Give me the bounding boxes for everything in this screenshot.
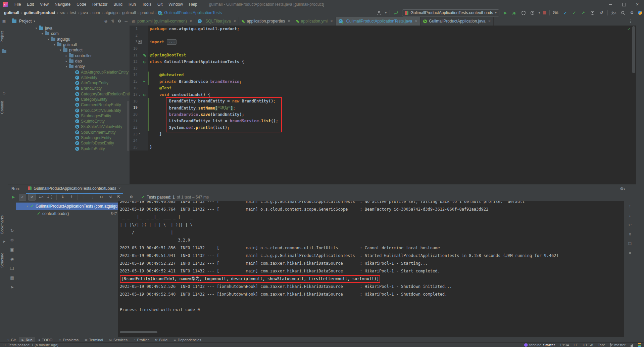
toolwindow-button-run[interactable]: ▶Run	[19, 337, 35, 343]
run-tab-close-icon[interactable]: ✕	[118, 187, 121, 190]
pause-output-icon[interactable]: ▣	[9, 247, 15, 252]
test-tree-item-contextloads[interactable]: ✓contextLoads()547 ms	[16, 210, 126, 217]
clear-all-icon[interactable]: ✕	[627, 250, 633, 256]
console-hscrollbar[interactable]	[120, 331, 157, 333]
tool-strip-commit[interactable]: Commit	[0, 97, 8, 118]
pin-icon[interactable]: ➤	[9, 285, 15, 290]
project-tree-item-spuinfoentity[interactable]: CSpuInfoEntity	[8, 146, 130, 151]
toolwindow-button-profiler[interactable]: ◔Profiler	[131, 337, 151, 343]
project-tree-item-skusaleattrvalueentity[interactable]: CSkuSaleAttrValueEntity	[8, 124, 130, 129]
editor-tab-pom-xml-gulimall-common[interactable]: mpom.xml (gulimall-common)✕	[130, 17, 195, 26]
export-test-results-icon[interactable]: ⇱	[115, 194, 122, 200]
project-scrollbar[interactable]	[127, 101, 129, 151]
project-tree-item-spucommententity[interactable]: CSpuCommentEntity	[8, 130, 130, 135]
locate-file-icon[interactable]: ⊕	[104, 19, 108, 24]
project-tree-item-categorybrandrelationentity[interactable]: CCategoryBrandRelationEntity	[8, 91, 130, 97]
project-tree-item-spuimagesentity[interactable]: CSpuImagesEntity	[8, 135, 130, 140]
run-tab[interactable]: GulimallProductApplicationTests.contextL…	[26, 184, 123, 194]
run-gutter-icon[interactable]: ↻	[142, 59, 147, 64]
tree-arrow-icon[interactable]: ▾	[52, 43, 57, 46]
scroll-down-icon[interactable]: ↓	[627, 213, 633, 218]
git-update-icon[interactable]: ↙	[562, 10, 568, 16]
line-ending-indicator[interactable]: LF	[574, 343, 578, 347]
tab-close-icon[interactable]: ✕	[488, 19, 491, 23]
toolwindow-button-todo[interactable]: ≡TODO	[36, 337, 55, 343]
close-button[interactable]: ✕	[631, 0, 644, 9]
import-test-results-icon[interactable]: ⇲	[107, 194, 113, 200]
encoding-indicator[interactable]: UTF-8	[583, 343, 593, 347]
line-number[interactable]: 24	[130, 138, 138, 143]
tree-arrow-icon[interactable]: ▾	[46, 38, 51, 41]
folder-icon[interactable]	[2, 49, 6, 54]
line-number[interactable]: 22	[130, 125, 138, 130]
commit-icon[interactable]: ⊙	[2, 91, 6, 95]
previous-occurrence-icon[interactable]: ↑	[81, 194, 87, 200]
options-wrench-icon[interactable]: ⚙	[9, 237, 15, 243]
bookmark-pin-icon[interactable]: ➤	[2, 239, 6, 244]
menu-file[interactable]: File	[11, 0, 24, 9]
tree-arrow-icon[interactable]: ▸	[64, 59, 69, 63]
line-number[interactable]: 17	[130, 92, 138, 97]
editor-scrollbar[interactable]	[632, 26, 635, 73]
line-number[interactable]: 12	[130, 59, 138, 64]
editor-tab-sqlfilter-java[interactable]: CSQLFilter.java✕	[195, 17, 239, 26]
tab-close-icon[interactable]: ✕	[190, 19, 192, 23]
show-passed-icon[interactable]: ✓	[19, 194, 26, 201]
maximize-button[interactable]	[617, 0, 631, 9]
project-tree-item-atguigu[interactable]: ▾atguigu	[8, 37, 130, 42]
tree-arrow-icon[interactable]: ▾	[40, 32, 45, 35]
breadcrumb-gulimall[interactable]: gulimall	[3, 10, 20, 15]
expand-collapse-icon[interactable]: ⇅	[111, 19, 114, 24]
project-view-caret-icon[interactable]: ▾	[34, 19, 35, 23]
code-editor[interactable]: 1package com.atguigu.gulimall.product;23…	[130, 26, 636, 184]
run-configuration-select[interactable]: GulimallProductApplicationTests.contextL…	[402, 9, 499, 16]
line-number[interactable]: 1	[130, 27, 138, 31]
settings-icon[interactable]: ⚙	[629, 10, 635, 16]
show-ignored-icon[interactable]: ⊘	[28, 194, 36, 201]
leaf-gutter-icon[interactable]	[142, 53, 147, 57]
scroll-up-icon[interactable]: ↑	[627, 203, 633, 209]
rerun-icon[interactable]: ↻	[9, 228, 15, 233]
menu-navigate[interactable]: Navigate	[52, 0, 73, 9]
line-number[interactable]: 13	[130, 66, 138, 71]
toolwindow-button-terminal[interactable]: ▤Terminal	[82, 337, 106, 343]
line-number[interactable]: 3	[130, 40, 138, 44]
toolwindow-button-git[interactable]: ⑂Git	[5, 337, 18, 343]
next-occurrence-icon[interactable]: ↓	[89, 194, 96, 200]
line-number[interactable]: 10	[130, 46, 138, 51]
line-number[interactable]: 14	[130, 73, 138, 77]
grid-icon[interactable]: ▦	[9, 275, 15, 280]
project-settings-icon[interactable]: ⚙	[118, 19, 121, 24]
sort-alphabetically-icon[interactable]: ⇣a	[38, 194, 44, 200]
line-number[interactable]: 25	[130, 145, 138, 149]
tab-close-icon[interactable]: ✕	[415, 19, 417, 23]
menu-refactor[interactable]: Refactor	[89, 0, 110, 9]
print-icon[interactable]: ❏	[627, 241, 633, 246]
toolwindow-button-problems[interactable]: ⚠Problems	[56, 337, 81, 343]
line-number[interactable]: 15	[130, 79, 138, 84]
tab-close-icon[interactable]: ✕	[234, 19, 236, 23]
history-icon[interactable]	[589, 10, 595, 16]
tabnine-widget[interactable]: tabnine Starter	[524, 343, 555, 347]
project-panel-header[interactable]: Project ▾ ⊕ ⇅ ⚙ ─	[8, 17, 130, 26]
tree-arrow-icon[interactable]: ▾	[64, 65, 69, 68]
line-number[interactable]: 16	[130, 86, 138, 90]
project-tree-item-commentreplayentity[interactable]: CCommentReplayEntity	[8, 102, 130, 107]
plugin-circle-icon[interactable]	[638, 11, 642, 15]
project-tree-item-java[interactable]: ▾java	[8, 26, 130, 31]
soft-wrap-icon[interactable]: ↩	[627, 222, 633, 227]
menu-window[interactable]: Window	[165, 0, 186, 9]
quick-action-icon[interactable]: ⤾	[393, 10, 399, 16]
project-tree-item-gulimall[interactable]: ▾gulimall	[8, 42, 130, 47]
translate-icon[interactable]: 文A	[611, 10, 617, 16]
fold-marker-icon[interactable]: +	[138, 40, 142, 44]
search-everywhere-icon[interactable]	[620, 10, 626, 16]
menu-run[interactable]: Run	[126, 0, 139, 9]
run-panel-settings-icon[interactable]: ⚙▾	[620, 186, 625, 191]
line-number[interactable]: 2	[130, 33, 138, 38]
editor-tab-gulimallproductapplication-java[interactable]: GulimallProductApplication.java✕	[420, 17, 494, 26]
project-tree-item-attrentity[interactable]: CAttrEntity	[8, 75, 130, 80]
layers-icon[interactable]: ❏	[9, 266, 15, 271]
tree-arrow-icon[interactable]: ▸	[64, 54, 69, 57]
run-panel-hide-icon[interactable]: ─	[630, 186, 633, 191]
